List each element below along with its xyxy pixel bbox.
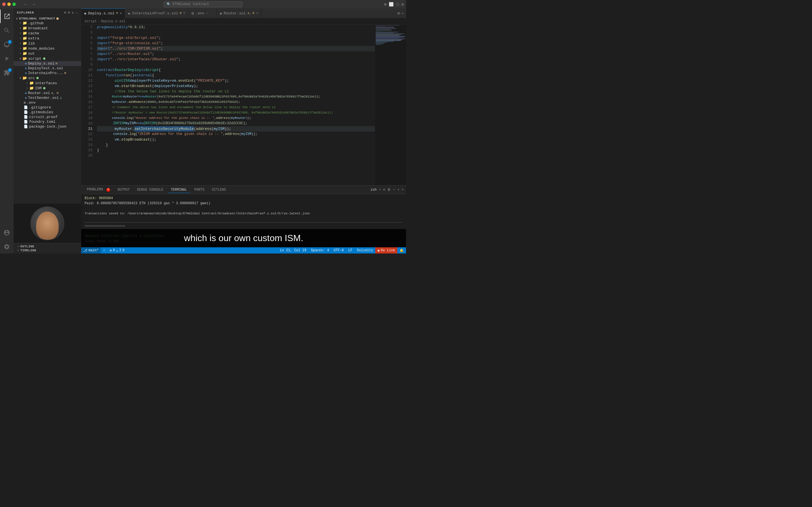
activity-settings[interactable] xyxy=(0,240,13,253)
sidebar-item-broadcast[interactable]: › 📁 broadcast xyxy=(13,25,81,31)
sidebar-item-outline[interactable]: › OUTLINE xyxy=(13,244,81,248)
ln-13: 13 xyxy=(81,83,93,89)
refresh-icon[interactable]: ↻ xyxy=(72,11,74,14)
more-terminal-icon[interactable]: ⋯ xyxy=(393,187,395,192)
code-content[interactable]: pragma solidity ^0.8.13; import "forge-s… xyxy=(95,24,375,185)
code-line-21: myRouter.setInterchainSecurityModule(add… xyxy=(97,126,375,131)
tab-deploy[interactable]: ◈ Deploy.s.sol M × xyxy=(81,8,125,18)
status-line-ending[interactable]: LF xyxy=(346,247,354,253)
sidebar-item-cache[interactable]: › 📁 cache xyxy=(13,31,81,36)
layout-icon[interactable]: ⊞ xyxy=(384,2,386,7)
ext-badge: 2 xyxy=(8,68,12,72)
breadcrumb-file[interactable]: Deploy.s.sol xyxy=(101,19,125,23)
status-go-live[interactable]: ◉ Go Live xyxy=(375,247,397,253)
panel-tab-terminal[interactable]: TERMINAL xyxy=(167,187,191,193)
code-editor[interactable]: 2 3 4 5 6 7 8 9 10 11 12 13 14 15 16 17 xyxy=(81,24,375,185)
tab-router[interactable]: ◈ Router.sol 4, M × xyxy=(217,8,261,18)
gitignore-label: .gitignore xyxy=(29,105,51,110)
activity-run[interactable] xyxy=(0,52,13,65)
back-button[interactable]: ← xyxy=(22,2,29,7)
sidebar-root[interactable]: ∨ ETHGLOBAL CONTRACT xyxy=(13,17,81,20)
sidebar-item-testsender-sol[interactable]: ◈ TestSender.sol 1 xyxy=(13,96,81,100)
sidebar-item-node-modules[interactable]: › 📁 node_modules xyxy=(13,46,81,51)
problems-badge: 9 xyxy=(106,188,110,192)
sidebar-item-script[interactable]: ∨ 📂 script xyxy=(13,56,81,61)
status-errors[interactable]: ⊗ 0 △ 2 9 xyxy=(107,247,126,253)
code-line-13: vm.startBroadcast(deployerPrivateKey); xyxy=(97,83,375,89)
remote-icon[interactable]: ⬡ xyxy=(396,2,399,7)
sidebar: EXPLORER ⊕ ⊞ ↻ … ∨ ETHGLOBAL CONTRACT › … xyxy=(13,8,81,253)
sidebar-item-interfaces[interactable]: › 📁 interfaces xyxy=(13,80,81,86)
tab-deploy-close[interactable]: × xyxy=(119,11,122,16)
ln-20: 20 xyxy=(81,121,93,126)
code-line-9 xyxy=(97,62,375,67)
minimap-line xyxy=(375,36,405,37)
sidebar-item-interchain-sol[interactable]: ◈ InterchainPro... M xyxy=(13,71,81,75)
sidebar-item-src[interactable]: ∨ 📂 src xyxy=(13,75,81,80)
title-search[interactable]: 🔍 ETHGlobal Contract xyxy=(163,1,243,7)
status-sync[interactable]: ○ xyxy=(101,247,107,253)
activity-extensions[interactable]: 2 xyxy=(0,66,13,79)
window-icon[interactable]: ⬜ xyxy=(389,2,394,7)
code-line-23: vm.stopBroadcast(); xyxy=(97,137,375,142)
folder-icon: 📁 xyxy=(22,51,27,56)
sidebar-item-lib[interactable]: › 📁 lib xyxy=(13,41,81,46)
panel-tab-problems[interactable]: PROBLEMS 9 xyxy=(84,186,114,193)
new-folder-icon[interactable]: ⊞ xyxy=(68,11,70,14)
folder-icon: 📁 xyxy=(22,36,27,41)
split-terminal-icon[interactable]: ⊟ xyxy=(383,187,385,192)
status-git-branch[interactable]: ⎇ main* xyxy=(81,247,101,253)
maximize-panel-icon[interactable]: ⬆ xyxy=(398,187,400,192)
split-editor-icon[interactable]: ⊞ xyxy=(397,11,400,16)
sidebar-item-router-sol[interactable]: ◈ Router.sol 4, M xyxy=(13,91,81,96)
sidebar-item-timeline[interactable]: › TIMELINE xyxy=(13,248,81,252)
tab-env[interactable]: ⚙ .env ○ xyxy=(189,8,217,18)
sidebar-item-gitignore[interactable]: 📄 .gitignore xyxy=(13,105,81,110)
activity-account[interactable] xyxy=(0,226,13,239)
sidebar-item-deploytest-sol[interactable]: ◈ DeployTest.s.sol xyxy=(13,66,81,71)
sidebar-item-deploy-sol[interactable]: ◈ Deploy.s.sol M xyxy=(13,61,81,66)
forward-button[interactable]: → xyxy=(31,2,37,7)
panel-tab-gitlens[interactable]: GITLENS xyxy=(208,187,229,193)
status-bell[interactable]: 🔔 xyxy=(397,247,406,253)
sidebar-item-env[interactable]: ⚙ .env xyxy=(13,100,81,105)
sidebar-item-circuit-proof[interactable]: 📄 circuit.proof xyxy=(13,115,81,119)
sidebar-item-ism[interactable]: › 📁 ISM xyxy=(13,86,81,91)
trash-icon[interactable]: 🗑 xyxy=(388,187,391,192)
status-spaces[interactable]: Spaces: 4 xyxy=(309,247,332,253)
ln-2: 2 xyxy=(81,24,93,30)
ln-14: 14 xyxy=(81,89,93,94)
panel-tab-output[interactable]: OUTPUT xyxy=(114,187,133,193)
tab-env-close[interactable]: ○ xyxy=(206,11,208,15)
sidebar-item-gitmodules[interactable]: 📄 .gitmodules xyxy=(13,110,81,115)
tab-interchain-close[interactable]: × xyxy=(183,11,186,15)
activity-search[interactable] xyxy=(0,24,13,37)
tab-interchain[interactable]: ◈ InterchainProof.s.sol M × xyxy=(125,8,189,18)
sidebar-item-package-lock[interactable]: 📄 package-lock.json xyxy=(13,124,81,129)
status-language[interactable]: Solidity xyxy=(355,247,375,253)
root-arrow: ∨ xyxy=(15,17,19,20)
foundry-label: foundry.toml xyxy=(29,120,56,124)
minimize-button[interactable] xyxy=(7,3,11,6)
breadcrumb-script[interactable]: script xyxy=(85,19,97,23)
cursor-pos: Ln 21, Col 19 xyxy=(280,248,306,252)
new-file-icon[interactable]: ⊕ xyxy=(64,11,66,14)
activity-explorer[interactable] xyxy=(0,10,13,23)
tab-router-close[interactable]: × xyxy=(256,11,258,15)
sidebar-item-foundry-toml[interactable]: 📄 foundry.toml xyxy=(13,119,81,124)
add-terminal-icon[interactable]: + xyxy=(379,188,381,192)
sidebar-item-out[interactable]: › 📁 out xyxy=(13,51,81,56)
sidebar-item-github[interactable]: › 📁 .github xyxy=(13,20,81,25)
status-encoding[interactable]: UTF-8 xyxy=(331,247,346,253)
activity-git[interactable]: 1 xyxy=(0,38,13,51)
more-icon[interactable]: … xyxy=(75,11,78,14)
status-cursor[interactable]: Ln 21, Col 19 xyxy=(278,247,309,253)
more-actions-icon[interactable]: ⋯ xyxy=(402,11,404,16)
close-panel-icon[interactable]: × xyxy=(402,188,404,192)
sidebar-item-extra[interactable]: › 📁 extra xyxy=(13,36,81,41)
panel-tab-ports[interactable]: PORTS xyxy=(191,187,208,193)
close-button[interactable] xyxy=(2,3,6,6)
panel-tab-debug[interactable]: DEBUG CONSOLE xyxy=(134,187,167,193)
settings-icon[interactable]: ⚙ xyxy=(402,2,404,7)
maximize-button[interactable] xyxy=(12,3,16,6)
